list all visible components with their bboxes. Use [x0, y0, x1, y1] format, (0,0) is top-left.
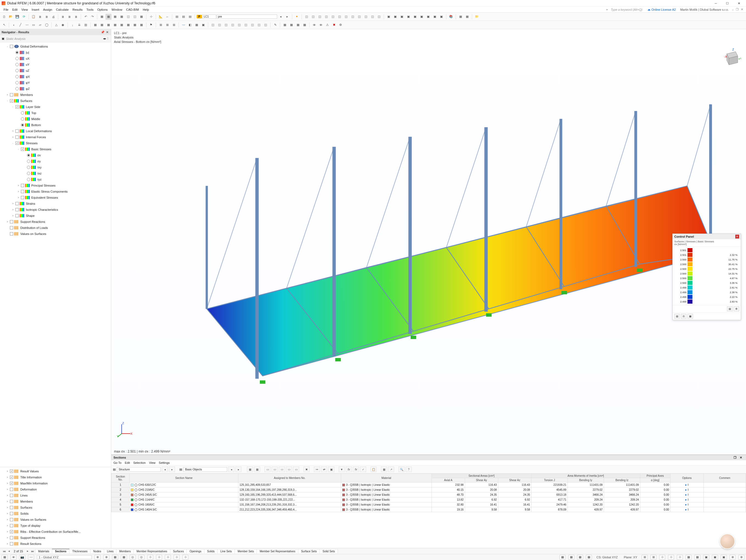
- colgrp-paxes[interactable]: Principal Axes: [640, 474, 670, 478]
- menu-assign[interactable]: Assign: [41, 8, 54, 11]
- opening-icon[interactable]: ◯: [44, 22, 50, 28]
- expand-icon[interactable]: -: [6, 100, 9, 102]
- cell-iz[interactable]: 111431.09: [604, 482, 640, 487]
- radio-icon[interactable]: [21, 123, 24, 127]
- new-icon[interactable]: 🗋: [1, 14, 7, 20]
- tool-b-icon[interactable]: ◫: [310, 14, 316, 20]
- tool-g-icon[interactable]: ◫: [343, 14, 349, 20]
- layers-icon[interactable]: 📚: [448, 14, 454, 20]
- checkbox-icon[interactable]: [10, 226, 13, 229]
- expand-icon[interactable]: >: [6, 506, 9, 509]
- cp-tab-factors-icon[interactable]: ⚖: [681, 314, 686, 319]
- status-eye-icon[interactable]: 👁: [10, 555, 17, 560]
- tool-l-icon[interactable]: ◫: [376, 14, 382, 20]
- tool-c-icon[interactable]: ◫: [317, 14, 323, 20]
- viewport-3d[interactable]: -X +Y Z Z X Y max σx : 2.501 | min σx : …: [111, 46, 746, 454]
- warn-icon[interactable]: ⚠: [324, 22, 331, 28]
- load-line-icon[interactable]: ⇊: [76, 22, 82, 28]
- expand-icon[interactable]: >: [6, 542, 9, 545]
- res9-icon[interactable]: ◫: [263, 22, 269, 28]
- sel7-icon[interactable]: ▦: [132, 22, 138, 28]
- tbl-tool3-icon[interactable]: ▭: [264, 467, 270, 472]
- tree-item[interactable]: >Members: [0, 92, 111, 98]
- checkbox-icon[interactable]: [10, 488, 13, 491]
- sel3-icon[interactable]: ▦: [106, 22, 112, 28]
- status-grid1-icon[interactable]: ▦: [112, 555, 118, 560]
- cancel-icon[interactable]: ✖: [331, 22, 337, 28]
- tbl-link-icon[interactable]: ⇄: [321, 467, 327, 472]
- tbl-goto-icon[interactable]: ↦: [314, 467, 320, 472]
- option-section-icon[interactable]: I: [688, 483, 689, 486]
- cell-options[interactable]: ▸ I: [670, 502, 704, 507]
- save-icon[interactable]: 💾: [14, 14, 20, 20]
- radio-icon[interactable]: [16, 51, 19, 54]
- display-option[interactable]: >Deformation: [0, 486, 111, 493]
- cell-material[interactable]: 3 - Q355B | Isotropic | Linear Elastic: [341, 497, 431, 502]
- lc-prev-icon[interactable]: ◂: [278, 14, 284, 20]
- checkbox-icon[interactable]: [16, 105, 19, 109]
- cell-shear-az[interactable]: 116.43: [498, 482, 531, 487]
- col-shear-az[interactable]: Shear Az: [498, 478, 531, 482]
- tbl-copy-icon[interactable]: 📋: [371, 467, 377, 472]
- tree-item[interactable]: -Stresses: [0, 140, 111, 146]
- expand-icon[interactable]: >: [6, 512, 9, 515]
- cell-iz[interactable]: 439.97: [604, 507, 640, 512]
- filter-menu-icon[interactable]: ⋮: [106, 37, 109, 40]
- cell-axial[interactable]: 19.16: [431, 507, 465, 512]
- res6-icon[interactable]: ◫: [243, 22, 249, 28]
- doc2-icon[interactable]: 🗎: [66, 14, 73, 20]
- redo-icon[interactable]: ↷: [89, 14, 95, 20]
- tree-item[interactable]: Values on Surfaces: [0, 231, 111, 237]
- sections-menu-selection[interactable]: Selection: [133, 461, 146, 465]
- tree-item[interactable]: >Equivalent Stresses: [0, 195, 111, 201]
- tab-members[interactable]: Members: [116, 549, 134, 553]
- cell-shear-ay[interactable]: 6.92: [465, 497, 498, 502]
- gear-icon[interactable]: ⚙: [338, 22, 344, 28]
- col-comment[interactable]: Commen: [704, 474, 746, 482]
- status-snap3-icon[interactable]: ⊹: [147, 555, 153, 560]
- addon8-icon[interactable]: ▣: [432, 14, 438, 20]
- open-icon[interactable]: 📂: [8, 14, 14, 20]
- tbl-del-icon[interactable]: ✖: [304, 467, 310, 472]
- tree-item[interactable]: σx: [0, 152, 111, 158]
- cloud1-icon[interactable]: ▦: [458, 14, 464, 20]
- tab-surfaces[interactable]: Surfaces: [170, 549, 187, 553]
- basic-objects-combo[interactable]: Basic Objects: [183, 467, 227, 472]
- res7-icon[interactable]: ◫: [250, 22, 255, 28]
- checkbox-icon[interactable]: [21, 147, 24, 151]
- doc-restore-icon[interactable]: ❐: [735, 8, 740, 11]
- expand-icon[interactable]: -: [11, 142, 14, 144]
- cell-section-name[interactable]: CHS 180/6/C: [130, 502, 238, 507]
- tree-item[interactable]: |u|: [0, 50, 111, 56]
- menu-edit[interactable]: Edit: [10, 8, 20, 11]
- tree-item[interactable]: φX: [0, 74, 111, 80]
- undo-icon[interactable]: ↶: [83, 14, 89, 20]
- display-option[interactable]: >Support Reactions: [0, 535, 111, 541]
- tree-item[interactable]: τxz: [0, 170, 111, 176]
- status-tool1-icon[interactable]: ▦: [2, 555, 8, 560]
- status-g-icon[interactable]: ▦: [694, 555, 700, 560]
- tbl-filter-icon[interactable]: ▼: [339, 467, 345, 472]
- status-d-icon[interactable]: ⊹: [668, 555, 674, 560]
- node-icon[interactable]: •: [11, 22, 17, 28]
- radio-icon[interactable]: [27, 160, 30, 163]
- cell-assigned[interactable]: 211,212,223,224,335,336,347,348,459,460,…: [238, 507, 341, 512]
- tool-e-icon[interactable]: ◫: [330, 14, 336, 20]
- cell-comment[interactable]: [704, 493, 746, 497]
- option-edit-icon[interactable]: ▸: [685, 488, 687, 491]
- cell-comment[interactable]: [704, 502, 746, 507]
- tree-item[interactable]: -Layer Side: [0, 104, 111, 110]
- structure-combo[interactable]: Structure: [117, 467, 161, 472]
- menu-tools[interactable]: Tools: [84, 8, 95, 11]
- maximize-button[interactable]: ☐: [722, 0, 733, 6]
- tbl-sel-icon[interactable]: ▣: [328, 467, 334, 472]
- cell-section-name[interactable]: CHS 114/4/C: [130, 497, 238, 502]
- tree-item[interactable]: -Surfaces: [0, 98, 111, 104]
- cell-axial[interactable]: 13.82: [431, 497, 465, 502]
- checkbox-icon[interactable]: [16, 214, 19, 217]
- sections-menu-settings[interactable]: Settings: [159, 461, 170, 465]
- expand-icon[interactable]: >: [11, 136, 14, 139]
- flag-icon[interactable]: ⚑: [148, 22, 154, 28]
- radio-icon[interactable]: [16, 87, 19, 90]
- col-shear-ay[interactable]: Shear Ay: [465, 478, 498, 482]
